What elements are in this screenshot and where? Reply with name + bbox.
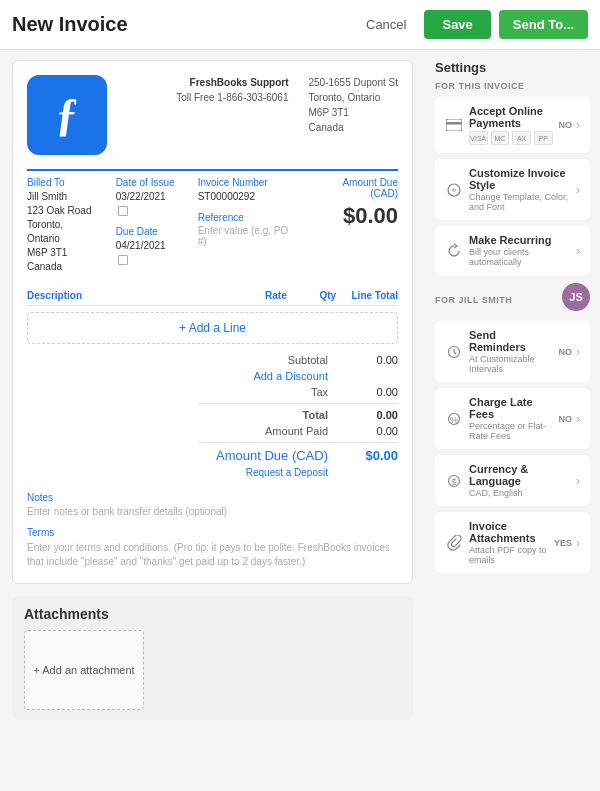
billed-section: Billed To Jill Smith 123 Oak Road Toront… xyxy=(27,177,398,274)
settings-item-customize-style[interactable]: Customize Invoice Style Change Template,… xyxy=(435,159,590,220)
settings-sidebar: Settings FOR THIS INVOICE Accept Online … xyxy=(425,50,600,742)
subtotal-label: Subtotal xyxy=(198,354,328,366)
for-jill-smith-row: FOR JILL SMITH JS xyxy=(435,283,590,317)
attachments-title: Attachments xyxy=(24,606,401,622)
customize-style-content: Customize Invoice Style Change Template,… xyxy=(469,167,570,212)
col-description-header: Description xyxy=(27,290,213,301)
chevron-right-icon: › xyxy=(576,345,580,359)
settings-item-invoice-attachments[interactable]: Invoice Attachments Attach PDF copy to e… xyxy=(435,512,590,573)
col-rate-header: Rate xyxy=(213,290,287,301)
reference-label: Reference xyxy=(198,212,296,223)
svg-text:%: % xyxy=(450,415,458,425)
settings-item-charge-late-fees[interactable]: % Charge Late Fees Percentage or Flat-Ra… xyxy=(435,388,590,449)
total-value: 0.00 xyxy=(358,409,398,421)
final-amount-due-value: $0.00 xyxy=(358,448,398,463)
notes-input[interactable]: Enter notes or bank transfer details (op… xyxy=(27,506,398,517)
col-qty-header: Qty xyxy=(287,290,336,301)
amount-due-value: $0.00 xyxy=(316,203,398,229)
discount-row: Add a Discount xyxy=(198,368,398,384)
totals-section: Subtotal 0.00 Add a Discount Tax 0.00 To… xyxy=(27,352,398,480)
accept-payments-title: Accept Online Payments xyxy=(469,105,553,129)
jill-smith-avatar: JS xyxy=(562,283,590,311)
main-layout: ƒ FreshBooks Support Toll Free 1-866-303… xyxy=(0,50,600,742)
deposit-label[interactable]: Request a Deposit xyxy=(198,467,328,478)
page-title: New Invoice xyxy=(12,13,356,36)
blue-divider xyxy=(27,169,398,171)
header-actions: Cancel Save Send To... xyxy=(356,10,588,39)
invoice-top: ƒ FreshBooks Support Toll Free 1-866-303… xyxy=(27,75,398,155)
terms-input[interactable]: Enter your terms and conditions. (Pro ti… xyxy=(27,541,398,569)
invoice-attachments-right: YES › xyxy=(554,536,580,550)
total-row: Total 0.00 xyxy=(198,407,398,423)
charge-late-fees-sub: Percentage or Flat-Rate Fees xyxy=(469,421,553,441)
amount-due-row: Amount Due (CAD) $0.00 xyxy=(198,446,398,465)
logo-letter: ƒ xyxy=(56,92,79,138)
subtotal-value: 0.00 xyxy=(358,354,398,366)
deposit-row: Request a Deposit xyxy=(198,465,398,480)
svg-rect-1 xyxy=(446,122,462,125)
currency-language-sub: CAD, English xyxy=(469,488,570,498)
subtotal-row: Subtotal 0.00 xyxy=(198,352,398,368)
charge-late-fees-title: Charge Late Fees xyxy=(469,396,553,420)
currency-language-right: › xyxy=(576,474,580,488)
make-recurring-right: › xyxy=(576,244,580,258)
customize-style-title: Customize Invoice Style xyxy=(469,167,570,191)
cancel-button[interactable]: Cancel xyxy=(356,11,416,38)
save-button[interactable]: Save xyxy=(424,10,490,39)
settings-item-make-recurring[interactable]: Make Recurring Bill your clients automat… xyxy=(435,226,590,275)
make-recurring-sub: Bill your clients automatically xyxy=(469,247,570,267)
amount-paid-label: Amount Paid xyxy=(198,425,328,437)
chevron-right-icon: › xyxy=(576,412,580,426)
date-of-issue-label: Date of Issue xyxy=(116,177,178,188)
settings-title: Settings xyxy=(435,60,590,75)
charge-late-fees-content: Charge Late Fees Percentage or Flat-Rate… xyxy=(469,396,553,441)
date-of-issue-group: Date of Issue 03/22/2021 Due Date 04/21/… xyxy=(116,177,178,274)
pp-icon: PP xyxy=(534,131,553,145)
send-reminders-badge: NO xyxy=(559,347,573,357)
chevron-right-icon: › xyxy=(576,183,580,197)
amount-paid-value: 0.00 xyxy=(358,425,398,437)
client-address1: 123 Oak Road xyxy=(27,204,96,218)
invoice-attachments-content: Invoice Attachments Attach PDF copy to e… xyxy=(469,520,548,565)
settings-item-currency-language[interactable]: $ Currency & Language CAD, English › xyxy=(435,455,590,506)
page-header: New Invoice Cancel Save Send To... xyxy=(0,0,600,50)
billed-to-group: Billed To Jill Smith 123 Oak Road Toront… xyxy=(27,177,96,274)
company-name: FreshBooks Support xyxy=(176,75,288,90)
make-recurring-title: Make Recurring xyxy=(469,234,570,246)
date-of-issue-value: 03/22/2021 xyxy=(116,190,178,218)
mc-icon: MC xyxy=(491,131,510,145)
invoice-card: ƒ FreshBooks Support Toll Free 1-866-303… xyxy=(12,60,413,584)
invoice-number-value: ST00000292 xyxy=(198,190,296,204)
card-icons: VISA MC AX PP xyxy=(469,131,553,145)
add-attachment-button[interactable]: + Add an attachment xyxy=(24,630,144,710)
send-button[interactable]: Send To... xyxy=(499,10,588,39)
customize-style-right: › xyxy=(576,183,580,197)
accept-payments-right: NO › xyxy=(559,118,581,132)
chevron-right-icon: › xyxy=(576,118,580,132)
chevron-right-icon: › xyxy=(576,474,580,488)
accept-payments-content: Accept Online Payments VISA MC AX PP xyxy=(469,105,553,145)
add-line-button[interactable]: + Add a Line xyxy=(27,312,398,344)
settings-item-accept-payments[interactable]: Accept Online Payments VISA MC AX PP NO … xyxy=(435,97,590,153)
final-amount-due-label: Amount Due (CAD) xyxy=(198,448,328,463)
amount-due-label: Amount Due (CAD) xyxy=(316,177,398,199)
invoice-number-label: Invoice Number xyxy=(198,177,296,188)
discount-label[interactable]: Add a Discount xyxy=(198,370,328,382)
line-items-section: Description Rate Qty Line Total + Add a … xyxy=(27,288,398,344)
deposit-value xyxy=(358,467,398,478)
client-name: Jill Smith xyxy=(27,190,96,204)
terms-label: Terms xyxy=(27,527,398,538)
charge-late-fees-right: NO › xyxy=(559,412,581,426)
svg-text:$: $ xyxy=(451,477,456,487)
currency-icon: $ xyxy=(445,472,463,490)
left-column: ƒ FreshBooks Support Toll Free 1-866-303… xyxy=(0,50,425,742)
send-reminders-content: Send Reminders At Customizable Intervals xyxy=(469,329,553,374)
add-attachment-label: + Add an attachment xyxy=(33,664,134,676)
discount-value xyxy=(358,370,398,382)
for-jill-smith-label: FOR JILL SMITH xyxy=(435,295,512,305)
recurring-icon xyxy=(445,242,463,260)
company-info: FreshBooks Support Toll Free 1-866-303-6… xyxy=(176,75,288,135)
settings-item-send-reminders[interactable]: Send Reminders At Customizable Intervals… xyxy=(435,321,590,382)
reference-placeholder[interactable]: Enter value (e.g. PO #) xyxy=(198,225,296,247)
invoice-attachments-title: Invoice Attachments xyxy=(469,520,548,544)
